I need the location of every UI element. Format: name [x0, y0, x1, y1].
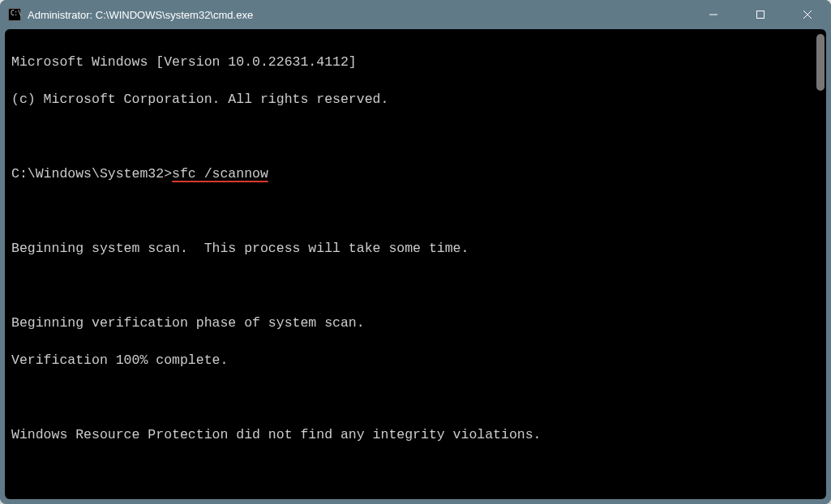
cmd-app-icon: C:\	[8, 8, 21, 21]
titlebar[interactable]: C:\ Administrator: C:\WINDOWS\system32\c…	[0, 0, 831, 29]
window-body-wrap: Microsoft Windows [Version 10.0.22631.41…	[0, 29, 831, 504]
result-line: Windows Resource Protection did not find…	[11, 425, 820, 444]
window-title: Administrator: C:\WINDOWS\system32\cmd.e…	[28, 9, 690, 21]
blank-line	[11, 388, 820, 407]
blank-line	[11, 127, 820, 146]
scan-begin-line: Beginning system scan. This process will…	[11, 239, 820, 258]
scrollbar[interactable]	[816, 31, 825, 498]
prompt-prefix: C:\Windows\System32>	[11, 166, 172, 182]
blank-line	[11, 463, 820, 481]
blank-line	[11, 276, 820, 295]
typed-command: sfc /scannow	[172, 166, 268, 182]
copyright-line: (c) Microsoft Corporation. All rights re…	[11, 90, 820, 109]
window-controls	[690, 0, 831, 29]
verify-complete-line: Verification 100% complete.	[11, 351, 820, 369]
cmd-window: C:\ Administrator: C:\WINDOWS\system32\c…	[0, 0, 831, 504]
minimize-button[interactable]	[690, 0, 737, 29]
terminal-output[interactable]: Microsoft Windows [Version 10.0.22631.41…	[5, 29, 826, 499]
close-button[interactable]	[784, 0, 831, 29]
verify-phase-line: Beginning verification phase of system s…	[11, 314, 820, 332]
blank-line	[11, 202, 820, 220]
version-line: Microsoft Windows [Version 10.0.22631.41…	[11, 53, 820, 71]
maximize-button[interactable]	[737, 0, 784, 29]
svg-rect-1	[757, 11, 765, 19]
prompt-line-1: C:\Windows\System32>sfc /scannow	[11, 164, 820, 183]
scrollbar-thumb[interactable]	[816, 34, 825, 91]
window-body: Microsoft Windows [Version 10.0.22631.41…	[5, 29, 826, 499]
